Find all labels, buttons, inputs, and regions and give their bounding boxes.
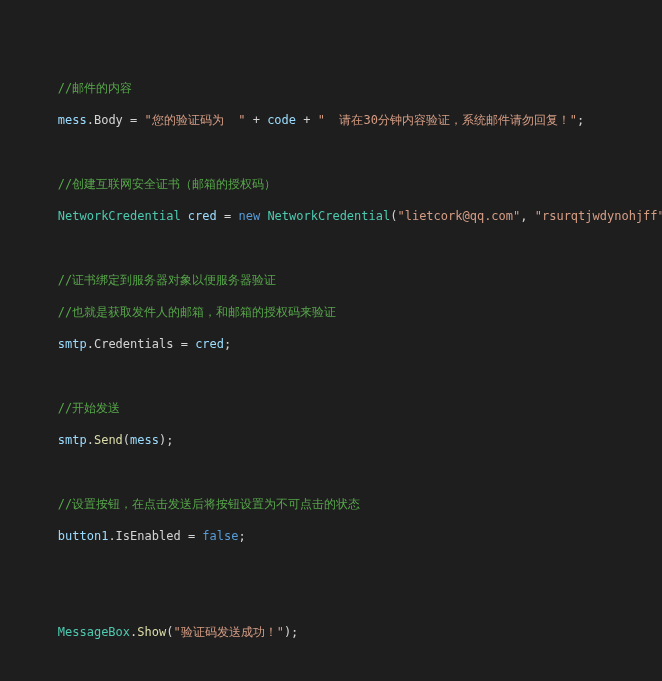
comment: //证书绑定到服务器对象以便服务器验证 — [58, 273, 276, 287]
code-line: NetworkCredential cred = new NetworkCred… — [0, 208, 662, 224]
comment: //开始发送 — [58, 401, 120, 415]
code-line: //邮件的内容 — [0, 80, 662, 96]
code-editor[interactable]: //邮件的内容 mess.Body = "您的验证码为 " + code + "… — [0, 64, 662, 681]
code-line: button1.IsEnabled = false; — [0, 528, 662, 544]
comment: //邮件的内容 — [58, 81, 132, 95]
comment: //也就是获取发件人的邮箱，和邮箱的授权码来验证 — [58, 305, 336, 319]
code-line: smtp.Send(mess); — [0, 432, 662, 448]
comment: //设置按钮，在点击发送后将按钮设置为不可点击的状态 — [58, 497, 360, 511]
code-line: //开始发送 — [0, 400, 662, 416]
code-line: //证书绑定到服务器对象以便服务器验证 — [0, 272, 662, 288]
code-line: //设置按钮，在点击发送后将按钮设置为不可点击的状态 — [0, 496, 662, 512]
code-line: //创建互联网安全证书（邮箱的授权码） — [0, 176, 662, 192]
code-line: //也就是获取发件人的邮箱，和邮箱的授权码来验证 — [0, 304, 662, 320]
comment: //创建互联网安全证书（邮箱的授权码） — [58, 177, 276, 191]
code-line: smtp.Credentials = cred; — [0, 336, 662, 352]
code-line: mess.Body = "您的验证码为 " + code + " 请在30分钟内… — [0, 112, 662, 128]
code-line: MessageBox.Show("验证码发送成功！"); — [0, 624, 662, 640]
